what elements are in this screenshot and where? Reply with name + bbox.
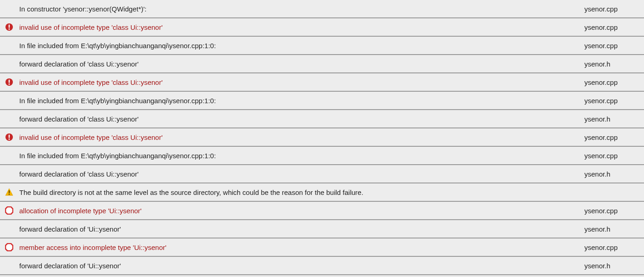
issue-message: In constructor 'ysenor::ysenor(QWidget*)… bbox=[18, 5, 584, 13]
issue-row[interactable]: In file included from E:\qt\yb\yingbianc… bbox=[0, 37, 644, 55]
issue-message: forward declaration of 'class Ui::ysenor… bbox=[18, 60, 584, 68]
issue-message: forward declaration of 'Ui::ysenor' bbox=[18, 225, 584, 233]
error-octagon-icon bbox=[0, 243, 18, 251]
issue-row[interactable]: invalid use of incomplete type 'class Ui… bbox=[0, 128, 644, 147]
svg-point-13 bbox=[9, 194, 10, 194]
issue-row[interactable]: forward declaration of 'Ui::ysenor'yseno… bbox=[0, 220, 644, 238]
issue-row[interactable]: forward declaration of 'Ui::ysenor'yseno… bbox=[0, 257, 644, 275]
issue-file: ysenor.cpp bbox=[584, 5, 644, 13]
issue-file: ysenor.cpp bbox=[584, 152, 644, 160]
issue-row[interactable]: invalid use of incomplete type 'class Ui… bbox=[0, 73, 644, 92]
issue-message: In file included from E:\qt\yb\yingbianc… bbox=[18, 97, 584, 105]
issue-message: The build directory is not at the same l… bbox=[18, 188, 584, 196]
svg-point-8 bbox=[9, 138, 10, 140]
error-circle-icon bbox=[0, 23, 18, 31]
issue-message: forward declaration of 'Ui::ysenor' bbox=[18, 262, 584, 270]
svg-rect-1 bbox=[9, 25, 10, 28]
issue-row[interactable]: invalid use of incomplete type 'class Ui… bbox=[0, 18, 644, 37]
issue-row[interactable]: The build directory is not at the same l… bbox=[0, 183, 644, 202]
svg-marker-14 bbox=[6, 207, 13, 214]
issue-message: invalid use of incomplete type 'class Ui… bbox=[18, 78, 584, 86]
svg-rect-7 bbox=[9, 135, 10, 138]
issue-file: ysenor.h bbox=[584, 170, 644, 178]
issue-message: member access into incomplete type 'Ui::… bbox=[18, 244, 584, 251]
error-circle-icon bbox=[0, 78, 18, 86]
issue-message: In file included from E:\qt\yb\yingbianc… bbox=[18, 152, 584, 160]
issue-file: ysenor.cpp bbox=[584, 207, 644, 215]
issue-row[interactable]: forward declaration of 'class Ui::ysenor… bbox=[0, 55, 644, 73]
svg-marker-15 bbox=[6, 244, 13, 251]
issue-file: ysenor.cpp bbox=[584, 42, 644, 50]
issue-row[interactable]: forward declaration of 'class Ui::ysenor… bbox=[0, 165, 644, 183]
issues-list: In constructor 'ysenor::ysenor(QWidget*)… bbox=[0, 0, 644, 275]
issue-row[interactable]: In file included from E:\qt\yb\yingbianc… bbox=[0, 92, 644, 110]
svg-rect-12 bbox=[9, 190, 10, 193]
svg-rect-4 bbox=[9, 80, 10, 83]
issue-message: invalid use of incomplete type 'class Ui… bbox=[18, 133, 584, 141]
error-octagon-icon bbox=[0, 206, 18, 215]
svg-point-5 bbox=[9, 83, 10, 85]
issue-file: ysenor.cpp bbox=[584, 97, 644, 105]
warning-icon bbox=[0, 188, 18, 196]
issue-file: ysenor.cpp bbox=[584, 244, 644, 251]
issue-file: ysenor.h bbox=[584, 262, 644, 270]
issue-file: ysenor.h bbox=[584, 115, 644, 123]
issue-file: ysenor.h bbox=[584, 225, 644, 233]
svg-point-2 bbox=[9, 28, 10, 30]
issue-file: ysenor.h bbox=[584, 60, 644, 68]
issue-row[interactable]: In file included from E:\qt\yb\yingbianc… bbox=[0, 147, 644, 165]
issue-message: forward declaration of 'class Ui::ysenor… bbox=[18, 115, 584, 123]
issue-row[interactable]: member access into incomplete type 'Ui::… bbox=[0, 238, 644, 257]
error-circle-icon bbox=[0, 133, 18, 141]
issue-row[interactable]: forward declaration of 'class Ui::ysenor… bbox=[0, 110, 644, 128]
issue-file: ysenor.cpp bbox=[584, 78, 644, 86]
issue-message: allocation of incomplete type 'Ui::yseno… bbox=[18, 207, 584, 215]
issue-row[interactable]: In constructor 'ysenor::ysenor(QWidget*)… bbox=[0, 0, 644, 18]
issue-row[interactable]: allocation of incomplete type 'Ui::yseno… bbox=[0, 202, 644, 220]
issue-file: ysenor.cpp bbox=[584, 23, 644, 31]
issue-message: forward declaration of 'class Ui::ysenor… bbox=[18, 170, 584, 178]
issue-file: ysenor.cpp bbox=[584, 133, 644, 141]
issue-message: invalid use of incomplete type 'class Ui… bbox=[18, 23, 584, 31]
issue-message: In file included from E:\qt\yb\yingbianc… bbox=[18, 42, 584, 50]
